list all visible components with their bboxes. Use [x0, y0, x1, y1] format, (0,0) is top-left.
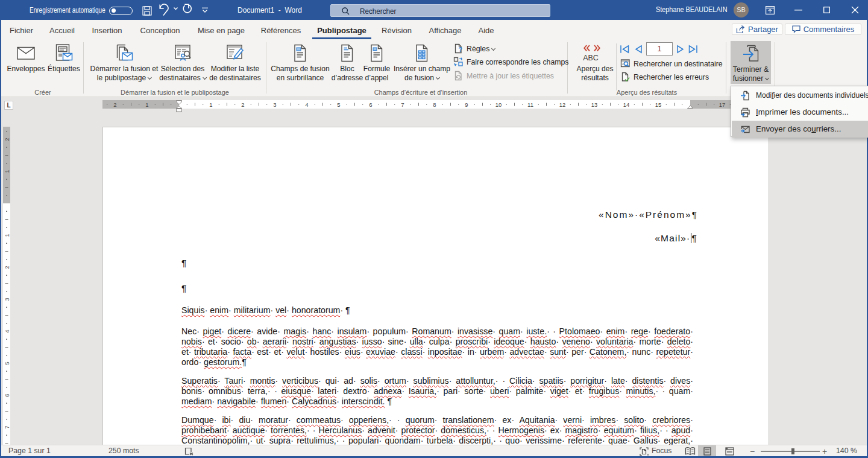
svg-text:3: 3 — [4, 297, 10, 301]
svg-text:2: 2 — [241, 101, 244, 108]
svg-text:10: 10 — [495, 101, 502, 108]
svg-text:1: 1 — [4, 234, 10, 237]
svg-text:14: 14 — [623, 101, 630, 108]
svg-text:2: 2 — [4, 266, 10, 269]
svg-text:?: ? — [459, 46, 462, 53]
svg-text:15: 15 — [655, 101, 662, 108]
svg-text:1: 1 — [209, 101, 212, 108]
svg-text:5: 5 — [337, 101, 340, 108]
svg-text:1: 1 — [145, 101, 148, 108]
svg-text:3: 3 — [273, 101, 276, 108]
svg-text:5: 5 — [4, 361, 10, 364]
svg-text:9: 9 — [465, 101, 468, 108]
svg-text:6: 6 — [4, 393, 10, 396]
svg-text:4: 4 — [4, 329, 10, 332]
svg-text:2: 2 — [113, 101, 116, 108]
svg-text:6: 6 — [369, 101, 372, 108]
svg-text:4: 4 — [305, 101, 308, 108]
svg-text:2: 2 — [4, 138, 10, 141]
svg-text:12: 12 — [559, 101, 566, 108]
svg-text:7: 7 — [4, 425, 10, 428]
svg-text:13: 13 — [591, 101, 598, 108]
svg-text:11: 11 — [527, 101, 533, 108]
svg-text:17: 17 — [719, 101, 726, 108]
svg-text:1: 1 — [4, 170, 10, 173]
svg-text:8: 8 — [433, 101, 436, 108]
svg-text:7: 7 — [401, 101, 404, 108]
